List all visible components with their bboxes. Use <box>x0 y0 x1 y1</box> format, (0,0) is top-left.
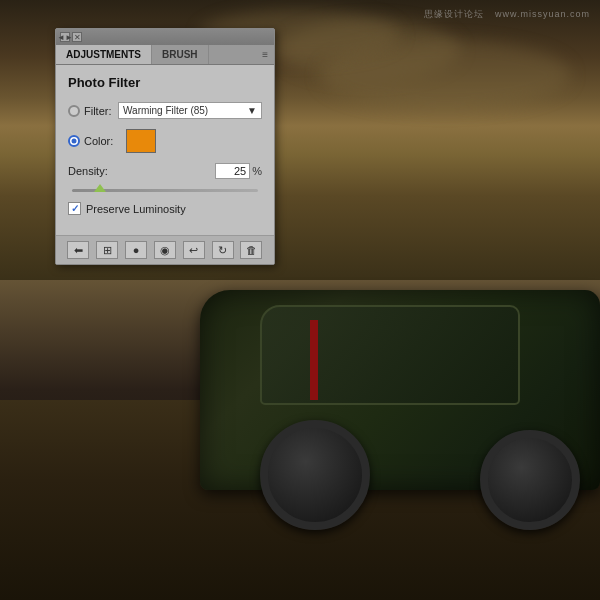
density-slider-track[interactable] <box>72 189 258 192</box>
car-wheel-right <box>480 430 580 530</box>
watermark: 思缘设计论坛 www.missyuan.com <box>424 8 590 21</box>
panel-collapse-btn[interactable]: ◄► <box>60 32 70 42</box>
toolbar-circle-btn[interactable]: ● <box>125 241 147 259</box>
panel-controls: ◄► ✕ <box>60 32 82 42</box>
toolbar-eye-btn[interactable]: ◉ <box>154 241 176 259</box>
car-window <box>260 305 520 405</box>
toolbar-grid-btn[interactable]: ⊞ <box>96 241 118 259</box>
color-row: Color: <box>68 129 262 153</box>
percent-label: % <box>252 165 262 177</box>
density-slider-thumb[interactable] <box>94 184 106 192</box>
panel-close-btn[interactable]: ✕ <box>72 32 82 42</box>
preserve-luminosity-label: Preserve Luminosity <box>86 203 186 215</box>
panel-body: Photo Filter Filter: Warming Filter (85)… <box>56 65 274 235</box>
color-swatch[interactable] <box>126 129 156 153</box>
filter-dropdown[interactable]: Warming Filter (85) ▼ <box>118 102 262 119</box>
color-radio[interactable] <box>68 135 80 147</box>
dropdown-arrow-icon: ▼ <box>247 105 257 116</box>
panel-titlebar: ◄► ✕ <box>56 29 274 45</box>
density-input[interactable]: 25 <box>215 163 250 179</box>
color-radio-label: Color: <box>68 135 118 147</box>
panel-menu-icon[interactable]: ≡ <box>256 45 274 64</box>
flag-pole <box>310 320 318 400</box>
density-row: Density: 25 % <box>68 163 262 179</box>
toolbar-back-btn[interactable]: ⬅ <box>67 241 89 259</box>
filter-radio[interactable] <box>68 105 80 117</box>
panel-title: Photo Filter <box>68 75 262 90</box>
car-area <box>180 230 600 550</box>
preserve-luminosity-row: Preserve Luminosity <box>68 202 262 215</box>
filter-radio-label: Filter: <box>68 105 118 117</box>
panel-toolbar: ⬅ ⊞ ● ◉ ↩ ↻ 🗑 <box>56 235 274 264</box>
toolbar-delete-btn[interactable]: 🗑 <box>240 241 262 259</box>
preserve-luminosity-checkbox[interactable] <box>68 202 81 215</box>
density-label: Density: <box>68 165 118 177</box>
filter-row: Filter: Warming Filter (85) ▼ <box>68 102 262 119</box>
density-slider-container <box>68 189 262 192</box>
toolbar-redo-btn[interactable]: ↻ <box>212 241 234 259</box>
toolbar-reset-btn[interactable]: ↩ <box>183 241 205 259</box>
tab-adjustments[interactable]: ADJUSTMENTS <box>56 45 152 64</box>
car-wheel-left <box>260 420 370 530</box>
panel-tabs: ADJUSTMENTS BRUSH ≡ <box>56 45 274 65</box>
adjustments-panel: ◄► ✕ ADJUSTMENTS BRUSH ≡ Photo Filter Fi… <box>55 28 275 265</box>
tab-brush[interactable]: BRUSH <box>152 45 209 64</box>
